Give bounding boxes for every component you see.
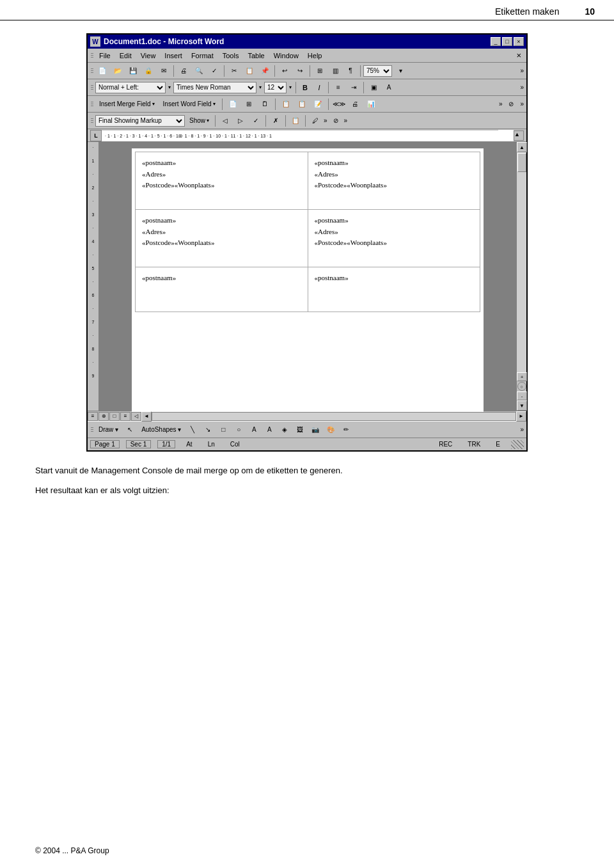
undo-button[interactable]: ↩ [278, 65, 292, 77]
markup-btn5[interactable]: 📋 [288, 114, 303, 127]
show-button[interactable]: Show ▾ [186, 114, 212, 127]
merge-btn8[interactable]: 🖨 [348, 98, 362, 111]
menu-insert[interactable]: Insert [161, 51, 186, 61]
rect-button[interactable]: □ [216, 423, 230, 436]
arrow-button[interactable]: ↘ [201, 423, 215, 436]
close-button[interactable]: × [514, 37, 524, 46]
menu-tools[interactable]: Tools [219, 51, 243, 61]
select-cursor-button[interactable]: ↖ [123, 423, 137, 436]
ruler-scroll[interactable]: ▲ [514, 130, 524, 141]
scroll-thumb[interactable] [517, 153, 526, 172]
autoshapes-button[interactable]: AutoShapes ▾ [138, 423, 184, 436]
merge-btn2[interactable]: ⊞ [242, 98, 256, 111]
diagram-button[interactable]: ◈ [278, 423, 292, 436]
menu-table[interactable]: Table [244, 51, 268, 61]
ruler-corner[interactable]: L [90, 130, 102, 141]
textbox-button[interactable]: A [247, 423, 261, 436]
markup-select[interactable]: Final Showing Markup [95, 115, 185, 127]
draw-expand[interactable]: » [520, 426, 524, 433]
border-button[interactable]: ▣ [366, 81, 381, 94]
menu-close-button[interactable]: × [514, 51, 524, 60]
style-select[interactable]: Normal + Left: [95, 82, 166, 93]
minimize-button[interactable]: _ [491, 37, 501, 46]
web-view-button[interactable]: ⊕ [98, 412, 109, 421]
normal-view-button[interactable]: ≡ [88, 412, 98, 421]
hscroll-left-button[interactable]: ◄ [141, 411, 152, 422]
paragraph-button[interactable]: ¶ [343, 65, 358, 77]
merge-btn5[interactable]: 📋 [295, 98, 309, 111]
highlight-button[interactable]: A [382, 81, 396, 94]
markup-btn6[interactable]: 🖊 [308, 114, 322, 127]
print-button[interactable]: 🖨 [177, 65, 191, 77]
menu-file[interactable]: File [95, 51, 114, 61]
print-view-button[interactable]: □ [109, 412, 120, 421]
picture-button[interactable]: 📷 [308, 423, 322, 436]
menu-format[interactable]: Format [187, 51, 217, 61]
menu-help[interactable]: Help [304, 51, 326, 61]
table-button[interactable]: ⊞ [313, 65, 327, 77]
merge-btn9[interactable]: 📊 [364, 98, 378, 111]
draw-button[interactable]: Draw ▾ [95, 423, 122, 436]
oval-button[interactable]: ○ [232, 423, 246, 436]
italic-button[interactable]: I [313, 82, 326, 93]
mail-button[interactable]: ✉ [157, 65, 171, 77]
markup-btn3[interactable]: ✓ [249, 114, 263, 127]
line-color-button[interactable]: ✏ [339, 423, 353, 436]
new-button[interactable]: 📄 [95, 65, 109, 77]
size-select[interactable]: 12 [264, 82, 287, 93]
font-select[interactable]: Times New Roman [173, 82, 256, 93]
zoom-out-btn[interactable]: - [517, 391, 527, 400]
merge-btn3[interactable]: 🗒 [258, 98, 272, 111]
line-button[interactable]: ╲ [185, 423, 200, 436]
menu-window[interactable]: Window [270, 51, 303, 61]
merge-btn4[interactable]: 📋 [279, 98, 293, 111]
menu-edit[interactable]: Edit [116, 51, 136, 61]
markup-btn1[interactable]: ◁ [218, 114, 232, 127]
scroll-up-button[interactable]: ▲ [517, 142, 527, 152]
fmt-expand[interactable]: » [520, 84, 524, 91]
merge-btn1[interactable]: 📄 [226, 98, 240, 111]
indent-button[interactable]: ⇥ [347, 81, 361, 94]
markup-end[interactable]: ⊘ [329, 114, 343, 127]
merge-end-btn[interactable]: ⊘ [504, 98, 518, 111]
zoom-arrow[interactable]: ▾ [393, 65, 407, 77]
cut-button[interactable]: ✂ [227, 65, 241, 77]
zoom-in-btn[interactable]: + [517, 372, 527, 381]
markup-expand[interactable]: » [324, 117, 327, 124]
merge-expand2[interactable]: » [520, 100, 524, 107]
postnaam-3-2: «postnaam» [315, 272, 474, 284]
vertical-scrollbar: ▲ + ○ - ▼ [516, 142, 526, 411]
bold-button[interactable]: B [299, 82, 311, 93]
toolbar-expand[interactable]: » [520, 67, 524, 74]
menu-view[interactable]: View [137, 51, 160, 61]
outline-view-button[interactable]: ≡ [120, 412, 130, 421]
redo-button[interactable]: ↪ [293, 65, 307, 77]
open-button[interactable]: 📂 [111, 65, 125, 77]
paste-button[interactable]: 📌 [258, 65, 272, 77]
save-button[interactable]: 💾 [126, 65, 140, 77]
preview-button[interactable]: 🔍 [192, 65, 206, 77]
reading-view-button[interactable]: ◁ [131, 412, 141, 421]
zoom-select[interactable]: 75% [363, 65, 392, 77]
resize-handle[interactable] [511, 440, 524, 449]
markup-btn2[interactable]: ▷ [233, 114, 248, 127]
permission-button[interactable]: 🔒 [141, 65, 155, 77]
merge-btn6[interactable]: 📝 [311, 98, 325, 111]
merge-expand[interactable]: » [499, 100, 503, 107]
restore-button[interactable]: □ [502, 37, 512, 46]
fill-color-button[interactable]: 🎨 [324, 423, 338, 436]
insert-word-field-button[interactable]: Insert Word Field ▾ [160, 98, 219, 111]
spell-button[interactable]: ✓ [207, 65, 221, 77]
wordart-button[interactable]: A [262, 423, 276, 436]
markup-btn4[interactable]: ✗ [269, 114, 283, 127]
markup-expand2[interactable]: » [344, 117, 348, 124]
insert-merge-field-button[interactable]: Insert Merge Field ▾ [96, 98, 158, 111]
merge-btn7[interactable]: ≪≫ [332, 98, 346, 111]
zoom-circle[interactable]: ○ [517, 382, 526, 391]
copy-button[interactable]: 📋 [242, 65, 256, 77]
clipart-button[interactable]: 🖼 [293, 423, 307, 436]
list-button[interactable]: ≡ [331, 81, 345, 94]
scroll-down-button[interactable]: ▼ [517, 400, 527, 411]
columns-button[interactable]: ▥ [328, 65, 342, 77]
hscroll-right-button[interactable]: ► [516, 411, 526, 422]
